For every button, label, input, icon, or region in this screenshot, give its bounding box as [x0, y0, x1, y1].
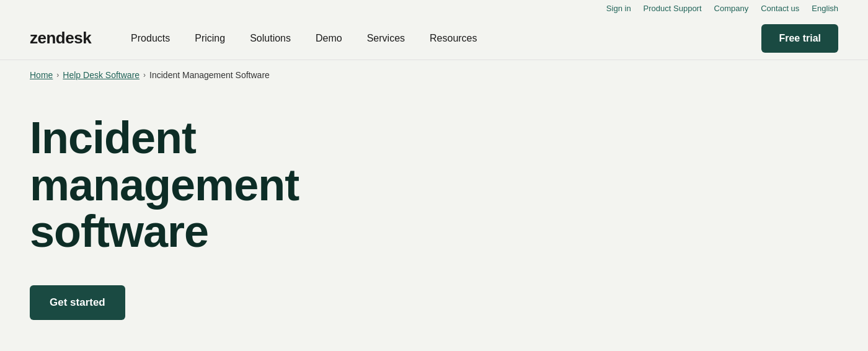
product-support-link[interactable]: Product Support — [644, 4, 702, 13]
breadcrumb-separator-2: › — [143, 71, 146, 79]
main-nav: zendesk Products Pricing Solutions Demo … — [0, 17, 868, 60]
nav-services[interactable]: Services — [357, 28, 415, 49]
breadcrumb-current: Incident Management Software — [149, 70, 270, 80]
breadcrumb-separator-1: › — [56, 71, 59, 79]
nav-resources[interactable]: Resources — [420, 28, 487, 49]
breadcrumb-help-desk[interactable]: Help Desk Software — [63, 70, 140, 80]
get-started-button[interactable]: Get started — [30, 285, 125, 320]
nav-pricing[interactable]: Pricing — [185, 28, 235, 49]
nav-solutions[interactable]: Solutions — [240, 28, 301, 49]
hero-title: Incident management software — [30, 115, 464, 255]
nav-demo[interactable]: Demo — [306, 28, 352, 49]
language-selector[interactable]: English — [812, 4, 838, 13]
logo[interactable]: zendesk — [30, 29, 91, 48]
company-link[interactable]: Company — [714, 4, 749, 13]
free-trial-button[interactable]: Free trial — [761, 24, 838, 53]
breadcrumb-home[interactable]: Home — [30, 70, 53, 80]
hero-section: Incident management software Get started — [0, 90, 868, 351]
breadcrumb: Home › Help Desk Software › Incident Man… — [0, 60, 868, 90]
nav-products[interactable]: Products — [121, 28, 180, 49]
sign-in-link[interactable]: Sign in — [606, 4, 631, 13]
nav-links: Products Pricing Solutions Demo Services… — [121, 28, 761, 49]
contact-us-link[interactable]: Contact us — [761, 4, 799, 13]
utility-bar: Sign in Product Support Company Contact … — [0, 0, 868, 17]
